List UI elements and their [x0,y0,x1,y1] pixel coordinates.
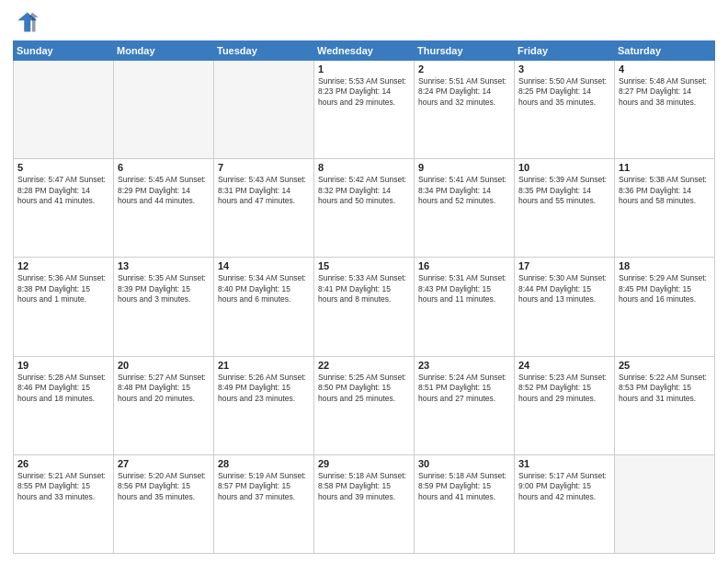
day-info: Sunrise: 5:17 AM Sunset: 9:00 PM Dayligh… [518,471,610,502]
calendar-day-header: Saturday [615,41,715,61]
day-info: Sunrise: 5:51 AM Sunset: 8:24 PM Dayligh… [418,76,510,108]
day-number: 16 [418,260,510,271]
calendar-day-cell: 13Sunrise: 5:35 AM Sunset: 8:39 PM Dayli… [114,258,214,356]
calendar-day-cell: 21Sunrise: 5:26 AM Sunset: 8:49 PM Dayli… [214,356,314,454]
header [13,9,715,35]
day-info: Sunrise: 5:38 AM Sunset: 8:36 PM Dayligh… [619,175,711,206]
calendar-day-cell: 28Sunrise: 5:19 AM Sunset: 8:57 PM Dayli… [214,454,314,553]
day-info: Sunrise: 5:25 AM Sunset: 8:50 PM Dayligh… [318,373,410,404]
calendar-day-cell: 14Sunrise: 5:34 AM Sunset: 8:40 PM Dayli… [214,258,314,356]
day-number: 13 [118,260,210,271]
calendar-week-row: 1Sunrise: 5:53 AM Sunset: 8:23 PM Daylig… [14,61,715,159]
day-info: Sunrise: 5:48 AM Sunset: 8:27 PM Dayligh… [619,76,711,108]
generalblue-logo-icon [13,9,39,35]
calendar-day-cell: 29Sunrise: 5:18 AM Sunset: 8:58 PM Dayli… [314,454,415,553]
calendar-day-cell: 20Sunrise: 5:27 AM Sunset: 8:48 PM Dayli… [114,356,214,454]
calendar-day-cell [14,61,114,159]
day-info: Sunrise: 5:45 AM Sunset: 8:29 PM Dayligh… [118,175,210,206]
day-number: 15 [318,260,410,271]
calendar-day-cell: 2Sunrise: 5:51 AM Sunset: 8:24 PM Daylig… [415,61,515,159]
day-info: Sunrise: 5:33 AM Sunset: 8:41 PM Dayligh… [318,273,410,304]
logo [13,9,40,35]
page: SundayMondayTuesdayWednesdayThursdayFrid… [0,0,728,563]
day-info: Sunrise: 5:31 AM Sunset: 8:43 PM Dayligh… [418,273,510,304]
calendar-week-row: 12Sunrise: 5:36 AM Sunset: 8:38 PM Dayli… [14,258,715,356]
day-number: 2 [418,63,510,75]
calendar-week-row: 19Sunrise: 5:28 AM Sunset: 8:46 PM Dayli… [14,356,715,454]
day-info: Sunrise: 5:30 AM Sunset: 8:44 PM Dayligh… [518,273,610,304]
day-number: 29 [318,458,410,469]
calendar-day-cell: 11Sunrise: 5:38 AM Sunset: 8:36 PM Dayli… [615,159,715,258]
day-info: Sunrise: 5:21 AM Sunset: 8:55 PM Dayligh… [17,471,109,502]
calendar-day-cell: 18Sunrise: 5:29 AM Sunset: 8:45 PM Dayli… [615,258,715,356]
day-number: 24 [518,360,610,371]
calendar-day-cell: 1Sunrise: 5:53 AM Sunset: 8:23 PM Daylig… [314,61,415,159]
day-info: Sunrise: 5:42 AM Sunset: 8:32 PM Dayligh… [318,175,410,206]
calendar-day-cell [114,61,214,159]
day-number: 1 [318,63,410,75]
day-number: 3 [518,63,610,75]
day-number: 30 [418,458,510,469]
day-number: 10 [518,162,610,173]
day-info: Sunrise: 5:22 AM Sunset: 8:53 PM Dayligh… [619,373,711,404]
calendar-day-header: Tuesday [214,41,314,61]
calendar-week-row: 5Sunrise: 5:47 AM Sunset: 8:28 PM Daylig… [14,159,715,258]
day-number: 23 [418,360,510,371]
day-info: Sunrise: 5:34 AM Sunset: 8:40 PM Dayligh… [218,273,310,304]
calendar-day-cell: 7Sunrise: 5:43 AM Sunset: 8:31 PM Daylig… [214,159,314,258]
day-info: Sunrise: 5:39 AM Sunset: 8:35 PM Dayligh… [518,175,610,206]
calendar-day-cell: 15Sunrise: 5:33 AM Sunset: 8:41 PM Dayli… [314,258,415,356]
day-info: Sunrise: 5:35 AM Sunset: 8:39 PM Dayligh… [118,273,210,304]
day-number: 20 [118,360,210,371]
day-number: 14 [218,260,310,271]
calendar-day-cell: 3Sunrise: 5:50 AM Sunset: 8:25 PM Daylig… [515,61,615,159]
calendar-day-cell: 22Sunrise: 5:25 AM Sunset: 8:50 PM Dayli… [314,356,415,454]
day-number: 21 [218,360,310,371]
calendar-day-cell: 25Sunrise: 5:22 AM Sunset: 8:53 PM Dayli… [615,356,715,454]
calendar-day-cell: 26Sunrise: 5:21 AM Sunset: 8:55 PM Dayli… [14,454,114,553]
calendar-day-cell: 16Sunrise: 5:31 AM Sunset: 8:43 PM Dayli… [415,258,515,356]
day-number: 26 [17,458,109,469]
day-number: 27 [118,458,210,469]
calendar-day-cell: 31Sunrise: 5:17 AM Sunset: 9:00 PM Dayli… [515,454,615,553]
calendar-header-row: SundayMondayTuesdayWednesdayThursdayFrid… [14,41,715,61]
day-number: 4 [619,63,711,75]
calendar: SundayMondayTuesdayWednesdayThursdayFrid… [13,40,715,554]
calendar-day-cell: 19Sunrise: 5:28 AM Sunset: 8:46 PM Dayli… [14,356,114,454]
day-number: 5 [17,162,109,173]
day-number: 17 [518,260,610,271]
calendar-day-header: Thursday [415,41,515,61]
day-number: 9 [418,162,510,173]
day-number: 11 [619,162,711,173]
day-info: Sunrise: 5:28 AM Sunset: 8:46 PM Dayligh… [17,373,109,404]
day-number: 7 [218,162,310,173]
day-info: Sunrise: 5:47 AM Sunset: 8:28 PM Dayligh… [17,175,109,206]
day-number: 12 [17,260,109,271]
day-number: 25 [619,360,711,371]
calendar-day-cell [615,454,715,553]
day-info: Sunrise: 5:53 AM Sunset: 8:23 PM Dayligh… [318,76,410,108]
calendar-day-cell [214,61,314,159]
calendar-day-header: Monday [114,41,214,61]
day-info: Sunrise: 5:23 AM Sunset: 8:52 PM Dayligh… [518,373,610,404]
calendar-day-cell: 30Sunrise: 5:18 AM Sunset: 8:59 PM Dayli… [415,454,515,553]
day-number: 22 [318,360,410,371]
calendar-day-cell: 4Sunrise: 5:48 AM Sunset: 8:27 PM Daylig… [615,61,715,159]
calendar-day-cell: 27Sunrise: 5:20 AM Sunset: 8:56 PM Dayli… [114,454,214,553]
calendar-day-cell: 6Sunrise: 5:45 AM Sunset: 8:29 PM Daylig… [114,159,214,258]
day-info: Sunrise: 5:41 AM Sunset: 8:34 PM Dayligh… [418,175,510,206]
calendar-day-cell: 9Sunrise: 5:41 AM Sunset: 8:34 PM Daylig… [415,159,515,258]
day-info: Sunrise: 5:50 AM Sunset: 8:25 PM Dayligh… [518,76,610,108]
day-info: Sunrise: 5:19 AM Sunset: 8:57 PM Dayligh… [218,471,310,502]
calendar-day-cell: 23Sunrise: 5:24 AM Sunset: 8:51 PM Dayli… [415,356,515,454]
calendar-day-cell: 24Sunrise: 5:23 AM Sunset: 8:52 PM Dayli… [515,356,615,454]
calendar-day-cell: 5Sunrise: 5:47 AM Sunset: 8:28 PM Daylig… [14,159,114,258]
day-info: Sunrise: 5:24 AM Sunset: 8:51 PM Dayligh… [418,373,510,404]
day-info: Sunrise: 5:36 AM Sunset: 8:38 PM Dayligh… [17,273,109,304]
calendar-day-cell: 12Sunrise: 5:36 AM Sunset: 8:38 PM Dayli… [14,258,114,356]
day-info: Sunrise: 5:18 AM Sunset: 8:58 PM Dayligh… [318,471,410,502]
day-info: Sunrise: 5:18 AM Sunset: 8:59 PM Dayligh… [418,471,510,502]
day-number: 8 [318,162,410,173]
day-info: Sunrise: 5:26 AM Sunset: 8:49 PM Dayligh… [218,373,310,404]
day-info: Sunrise: 5:29 AM Sunset: 8:45 PM Dayligh… [619,273,711,304]
